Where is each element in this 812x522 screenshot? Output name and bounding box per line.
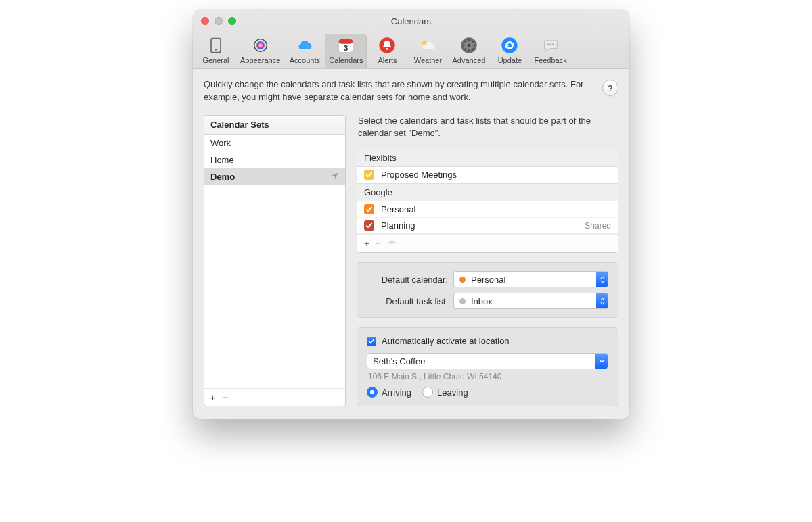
set-name: Home	[210, 155, 234, 165]
location-mode-radios: Arriving Leaving	[367, 387, 608, 398]
remove-set-button[interactable]: −	[223, 392, 229, 403]
cal-name: Personal	[381, 204, 415, 214]
selection-info: Select the calendars and task lists that…	[357, 115, 618, 139]
auto-activate-label: Automatically activate at location	[382, 336, 510, 346]
location-address: 106 E Main St, Little Chute WI 54140	[367, 372, 608, 381]
tab-calendars[interactable]: 3 Calendars	[325, 34, 367, 68]
shared-tag: Shared	[585, 221, 611, 231]
appearance-icon	[251, 36, 270, 55]
set-item-demo[interactable]: Demo	[204, 168, 345, 185]
auto-activate-row[interactable]: Automatically activate at location	[367, 336, 608, 346]
bell-icon	[378, 36, 397, 55]
add-set-button[interactable]: +	[210, 392, 216, 403]
cal-list-footer: + −	[357, 234, 618, 252]
svg-line-31	[394, 244, 394, 245]
tab-label: Alerts	[378, 56, 397, 64]
speech-icon	[541, 36, 560, 55]
group-header-flexibits: Flexibits	[357, 149, 618, 167]
cal-name: Proposed Meetings	[381, 170, 457, 180]
checkbox[interactable]	[364, 170, 374, 180]
svg-point-12	[467, 43, 470, 47]
color-dot	[459, 298, 466, 304]
default-calendar-select[interactable]: Personal	[453, 271, 608, 287]
svg-line-30	[390, 240, 390, 241]
add-calendar-button[interactable]: +	[364, 239, 369, 249]
svg-line-33	[394, 240, 394, 241]
window-controls	[193, 17, 236, 25]
set-item-work[interactable]: Work	[204, 135, 345, 151]
svg-point-1	[215, 49, 217, 50]
close-button[interactable]	[201, 17, 209, 25]
chevron-updown-icon	[596, 293, 608, 309]
tab-general[interactable]: General	[196, 34, 236, 68]
tab-label: Update	[498, 56, 522, 64]
location-section: Automatically activate at location Seth'…	[357, 327, 618, 406]
svg-point-8	[386, 48, 388, 50]
tab-alerts[interactable]: Alerts	[367, 34, 407, 68]
cal-row-planning[interactable]: Planning Shared	[357, 218, 618, 234]
calendar-sets-panel: Calendar Sets Work Home Demo	[204, 115, 346, 406]
radio-label: Leaving	[437, 387, 468, 398]
tab-appearance[interactable]: Appearance	[236, 34, 284, 68]
select-value: Personal	[471, 275, 505, 285]
svg-line-32	[390, 244, 390, 245]
checkbox[interactable]	[367, 337, 376, 346]
tab-label: Advanced	[452, 56, 485, 64]
minimize-button[interactable]	[215, 17, 223, 25]
svg-point-24	[552, 44, 554, 46]
help-button[interactable]: ?	[602, 80, 618, 96]
color-dot	[459, 277, 466, 283]
tab-label: Appearance	[240, 56, 280, 64]
set-list-footer: + −	[204, 388, 345, 406]
tab-feedback[interactable]: Feedback	[530, 34, 570, 68]
calendar-icon: 3	[336, 36, 355, 55]
default-tasklist-label: Default task list:	[367, 296, 448, 306]
location-arrow-icon	[331, 172, 339, 182]
radio-dot	[422, 387, 433, 398]
titlebar: Calendars General Appearance Accounts	[193, 10, 629, 69]
radio-dot	[367, 387, 378, 398]
location-value: Seth's Coffee	[373, 356, 425, 366]
svg-text:3: 3	[344, 43, 348, 52]
calendar-sets-list: Work Home Demo	[204, 135, 345, 388]
description-text: Quickly change the calendars and task li…	[204, 78, 595, 104]
gear-icon	[459, 36, 478, 55]
preferences-window: Calendars General Appearance Accounts	[193, 10, 629, 419]
cloud-icon	[295, 36, 314, 55]
remove-calendar-button[interactable]: −	[376, 239, 382, 249]
calendar-sets-header: Calendar Sets	[204, 116, 345, 135]
general-icon	[206, 36, 225, 55]
zoom-button[interactable]	[228, 17, 236, 25]
svg-point-22	[547, 44, 549, 46]
radio-leaving[interactable]: Leaving	[422, 387, 468, 398]
svg-point-25	[391, 241, 393, 243]
tab-update[interactable]: Update	[489, 34, 530, 68]
default-tasklist-select[interactable]: Inbox	[453, 293, 608, 309]
chevron-updown-icon	[596, 271, 608, 287]
cal-row-proposed-meetings[interactable]: Proposed Meetings	[357, 167, 618, 183]
set-name: Work	[210, 138, 231, 148]
set-item-home[interactable]: Home	[204, 151, 345, 168]
content: Quickly change the calendars and task li…	[193, 69, 629, 419]
tab-label: Accounts	[290, 56, 320, 64]
radio-label: Arriving	[382, 387, 411, 398]
cal-row-personal[interactable]: Personal	[357, 201, 618, 218]
location-combobox[interactable]: Seth's Coffee	[367, 353, 608, 369]
checkbox[interactable]	[364, 220, 374, 231]
tab-weather[interactable]: Weather	[407, 34, 448, 68]
tab-advanced[interactable]: Advanced	[448, 34, 489, 68]
update-icon	[500, 36, 519, 55]
svg-point-21	[502, 37, 518, 53]
checkbox[interactable]	[364, 204, 374, 214]
tab-label: Feedback	[534, 56, 566, 64]
chevron-down-icon	[595, 353, 608, 369]
tab-accounts[interactable]: Accounts	[284, 34, 325, 68]
tab-label: Weather	[414, 56, 442, 64]
default-calendar-label: Default calendar:	[367, 275, 448, 285]
cal-name: Planning	[381, 220, 415, 231]
radio-arriving[interactable]: Arriving	[367, 387, 411, 398]
tab-label: Calendars	[329, 56, 363, 64]
prefs-toolbar: General Appearance Accounts 3 Calendars	[193, 32, 629, 68]
defaults-section: Default calendar: Personal Default task …	[357, 262, 618, 318]
gear-icon[interactable]	[388, 238, 397, 249]
